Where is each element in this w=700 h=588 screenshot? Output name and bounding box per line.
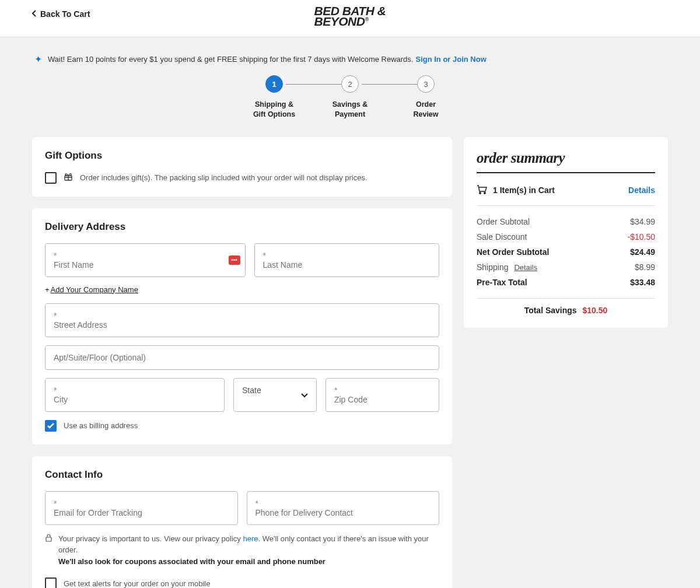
contact-info-card: Contact Info * * Your privacy is importa… (32, 456, 452, 588)
header: Back To Cart BED BATH & BEYOND® (0, 0, 700, 37)
step-review: 3 Order Review (388, 75, 464, 120)
lock-icon (45, 534, 52, 568)
gift-options-card: Gift Options Order includes gift(s). The… (32, 137, 452, 197)
phone-input[interactable]: * (247, 491, 440, 525)
banner-text: Wait! Earn 10 points for every $1 you sp… (48, 55, 413, 64)
items-count: 1 Item(s) in Cart (493, 186, 555, 195)
zip-input[interactable]: * (326, 378, 439, 412)
delivery-address-card: Delivery Address * ••• * +Add Your Compa… (32, 208, 452, 444)
delivery-heading: Delivery Address (45, 221, 439, 233)
step-shipping: 1 Shipping & Gift Options (236, 75, 312, 120)
back-label: Back To Cart (40, 9, 90, 19)
sparkle-icon: ✦ (34, 54, 42, 65)
email-input[interactable]: * (45, 491, 238, 525)
alerts-label: Get text alerts for your order on your m… (64, 579, 210, 588)
text-alerts-checkbox[interactable] (45, 578, 57, 588)
billing-checkbox[interactable] (45, 420, 57, 432)
cart-icon (477, 185, 487, 196)
svg-point-2 (480, 192, 481, 194)
step-payment: 2 Savings & Payment (312, 75, 388, 120)
gift-heading: Gift Options (45, 150, 439, 162)
gift-icon (64, 172, 73, 183)
signin-link[interactable]: Sign In or Join Now (415, 55, 486, 64)
pretax-line: Pre-Tax Total $33.48 (477, 275, 655, 290)
state-select[interactable]: State (233, 378, 317, 412)
chevron-left-icon (32, 9, 37, 19)
details-link[interactable]: Details (628, 186, 655, 195)
contact-heading: Contact Info (45, 469, 439, 481)
total-savings: Total Savings $10.50 (477, 306, 655, 315)
street-input[interactable]: * (45, 303, 439, 337)
gift-text: Order includes gift(s). The packing slip… (80, 173, 368, 182)
discount-line: Sale Discount -$10.50 (477, 229, 655, 244)
net-subtotal-line: Net Order Subtotal $24.49 (477, 244, 655, 260)
last-name-input[interactable]: * (254, 243, 440, 277)
brand-logo: BED BATH & BEYOND® (314, 6, 386, 27)
privacy-notice: Your privacy is important to us. View ou… (45, 533, 439, 568)
order-summary-card: order summary 1 Item(s) in Cart Details … (464, 137, 668, 328)
gift-checkbox[interactable] (45, 172, 57, 184)
city-input[interactable]: * (45, 378, 225, 412)
autofill-icon[interactable]: ••• (229, 256, 240, 265)
add-company-link[interactable]: +Add Your Company Name (45, 285, 439, 294)
rewards-banner: ✦ Wait! Earn 10 points for every $1 you … (32, 54, 668, 65)
svg-point-3 (484, 192, 485, 194)
checkout-stepper: 1 Shipping & Gift Options 2 Savings & Pa… (187, 75, 513, 120)
shipping-details-link[interactable]: Details (514, 263, 537, 272)
first-name-input[interactable]: * ••• (45, 243, 246, 277)
chevron-down-icon (301, 390, 308, 400)
apt-input[interactable] (45, 345, 439, 370)
billing-label: Use as billing address (64, 421, 138, 430)
shipping-line: Shipping Details $8.99 (477, 260, 655, 275)
back-to-cart-link[interactable]: Back To Cart (32, 9, 90, 19)
summary-heading: order summary (477, 150, 655, 166)
svg-rect-1 (46, 537, 51, 541)
subtotal-line: Order Subtotal $34.99 (477, 214, 655, 229)
privacy-link[interactable]: here (243, 534, 258, 543)
